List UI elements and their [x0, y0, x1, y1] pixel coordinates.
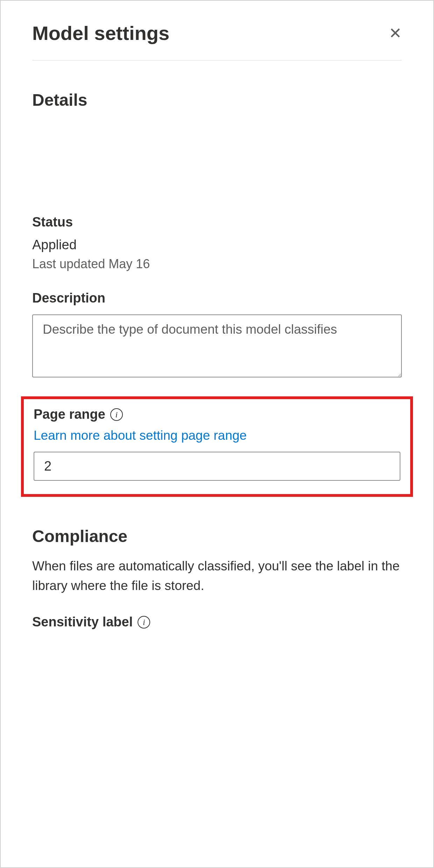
compliance-heading: Compliance [32, 527, 402, 546]
description-textarea[interactable] [32, 314, 402, 377]
model-settings-panel: Model settings ✕ Details Status Applied … [1, 1, 433, 651]
status-sub: Last updated May 16 [32, 257, 402, 271]
compliance-description: When files are automatically classified,… [32, 556, 402, 595]
sensitivity-label: Sensitivity label [32, 614, 133, 630]
details-heading: Details [32, 90, 402, 110]
status-label: Status [32, 215, 402, 230]
page-range-label: Page range [34, 407, 105, 422]
sensitivity-group: Sensitivity label i [32, 614, 402, 630]
description-group: Description [32, 291, 402, 379]
page-range-highlight: Page range i Learn more about setting pa… [21, 396, 413, 497]
sensitivity-label-row: Sensitivity label i [32, 614, 402, 630]
panel-title: Model settings [32, 22, 169, 44]
status-group: Status Applied Last updated May 16 [32, 215, 402, 271]
close-icon[interactable]: ✕ [389, 26, 402, 41]
page-range-input[interactable] [34, 452, 400, 481]
info-icon[interactable]: i [110, 408, 123, 421]
description-label: Description [32, 291, 402, 306]
panel-header: Model settings ✕ [32, 22, 402, 61]
status-value: Applied [32, 237, 402, 252]
page-range-label-row: Page range i [34, 407, 400, 422]
page-range-learn-more-link[interactable]: Learn more about setting page range [34, 428, 247, 443]
info-icon[interactable]: i [138, 616, 150, 629]
